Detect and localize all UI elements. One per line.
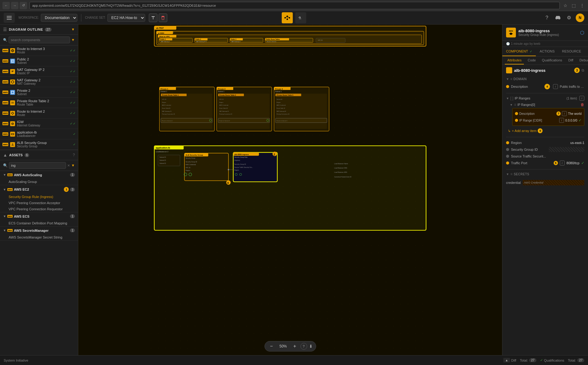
svg-text:Security Group: Security Group (185, 157, 195, 159)
asset-group-ecs-header[interactable]: ▼ aws AWS ECS 1 (0, 212, 78, 220)
subtab-code[interactable]: Code (525, 56, 538, 64)
asset-group-secretsmanager-header[interactable]: ▼ aws AWS SecretsManager 1 (0, 227, 78, 234)
asset-group-ec2-header[interactable]: ▼ aws AWS EC2 1 3 (0, 185, 78, 194)
outline-filter-button[interactable]: ▼ (71, 27, 75, 32)
bookmark-icon[interactable]: ☆ (562, 2, 569, 9)
outline-filter-icon[interactable]: ▼ (71, 38, 75, 42)
url-bar[interactable] (29, 2, 560, 9)
aws-badge: aws (2, 59, 8, 63)
delete-ip-range-button[interactable]: 🗑 (581, 103, 584, 107)
item-subtype: Route (17, 51, 68, 54)
range-desc-info-button[interactable]: i (562, 111, 567, 116)
svg-rect-2 (7, 19, 12, 20)
svg-text:Route to Internet 2: Route to Internet 2 (219, 120, 230, 122)
forward-button[interactable]: → (11, 2, 18, 9)
tab-resource[interactable]: RESOURCE (558, 47, 585, 56)
subtab-diff[interactable]: Diff (566, 56, 576, 64)
delete-button[interactable] (159, 14, 167, 22)
assets-expand-icon[interactable]: ▲ (3, 153, 7, 157)
canvas-area[interactable]: ul-7537 AWS Changeset 1 si-5304 Region 1… (78, 25, 502, 355)
settings-button[interactable]: ⚙ (565, 14, 573, 22)
changeset-select[interactable]: EC2 HA How-to (107, 14, 145, 22)
total-count: 27 (529, 358, 536, 362)
ip-ranges-info-button[interactable]: i (579, 96, 584, 101)
cidr-info-button[interactable]: i (559, 118, 564, 123)
asset-subtype-vpc-requestor[interactable]: VPC Peering Connection Requestor (0, 206, 78, 212)
copy-button[interactable]: ⧉ (582, 68, 584, 72)
outline-item-application-lb[interactable]: aws application-lb Loadbalancer ✓ (0, 129, 78, 139)
extensions-icon[interactable]: ⬚ (571, 2, 577, 9)
tab-actions[interactable]: ACTIONS (536, 47, 558, 56)
outline-item-public-2[interactable]: aws Public 2 Subnet ✓ ✓ (0, 56, 78, 66)
header-separator (81, 14, 81, 21)
asset-subtype-ecs-port[interactable]: ECS Container Definition Port Mapping (0, 220, 78, 226)
outline-item-private-2[interactable]: aws Private 2 Subnet ✓ ✓ (0, 87, 78, 98)
traffic-port-info-button[interactable]: i (560, 161, 565, 165)
outline-item-nat-ip-2[interactable]: aws IP NAT Gateway IP 2 Elastic IP ✓ ✓ (0, 66, 78, 77)
desc-info-button[interactable]: i (553, 84, 558, 89)
assets-search-input[interactable] (9, 162, 66, 169)
svg-text:Region: Region (219, 102, 224, 103)
color-swatch[interactable] (506, 67, 512, 73)
domain-toggle[interactable]: ▼ (506, 77, 509, 81)
svg-text:Public Route Tables: Public Route Tables (266, 39, 280, 40)
subtab-qualifications[interactable]: Qualifications (540, 56, 565, 64)
svg-text:Route to Internet 3: Route to Internet 3 (277, 120, 287, 122)
code-view-button[interactable]: ⚗ (295, 12, 306, 23)
outline-item-route-internet-2[interactable]: aws Route to Internet 2 Route ✓ ✓ (0, 108, 78, 118)
outline-item-private-rt-2[interactable]: aws Private Route Table 2 Route Table ✓ … (0, 98, 78, 108)
outline-item-route-internet-3[interactable]: aws Route to Internet 3 Route ✓ ✓ (0, 45, 78, 56)
browser-menu-icon[interactable]: ⋮ (579, 2, 586, 9)
secrets-toggle[interactable]: ▼ (506, 173, 509, 176)
asset-subtype-vpc-acceptor[interactable]: VPC Peering Connection Acceptor (0, 200, 78, 206)
add-array-item-button[interactable]: ↳ + Add array item 6 (506, 127, 584, 134)
item-icon-eip: IP (10, 69, 15, 74)
assets-filter-icon[interactable]: ▼ (71, 163, 75, 168)
help-button[interactable]: ? (543, 14, 551, 22)
assets-help-icon[interactable]: ? (73, 153, 75, 157)
svg-text:VPC ID: VPC ID (219, 99, 224, 100)
status-right: ▲ Diff Total: 27 ✓ Qualifications Total:… (503, 358, 584, 363)
zoom-download-button[interactable]: ⬇ (309, 344, 313, 349)
rebase-button[interactable] (149, 14, 157, 22)
subtab-attributes[interactable]: Attributes (505, 56, 524, 64)
qual-count-item[interactable]: Total: 27 (568, 358, 584, 362)
asset-subtype-autoscaling-group[interactable]: AutoScaling Group (0, 179, 78, 185)
zoom-out-button[interactable]: − (268, 343, 275, 350)
diff-status-item[interactable]: ▲ Diff (503, 358, 516, 363)
group-count: 1 (70, 173, 75, 177)
zoom-help-button[interactable]: ? (300, 343, 307, 350)
ip-range-desc-value: The world (568, 112, 582, 115)
right-content: alb-8080-ingress 3 ⧉ ▼ ≡ domain Descript… (502, 65, 588, 355)
asset-subtype-secret-string[interactable]: AWS SecretsManager Secret String (0, 234, 78, 240)
svg-text:Security Group Rule: Security Group Rule (234, 157, 248, 158)
ip-ranges-toggle[interactable]: ▼ (506, 97, 509, 100)
outline-search-input[interactable] (9, 37, 70, 43)
workspace-select[interactable]: Documentation (41, 14, 77, 22)
3d-view-button[interactable]: ⬡ (580, 30, 584, 36)
outline-item-igw[interactable]: aws IGW Internet Gateway ✓ ✓ (0, 118, 78, 129)
svg-rect-7 (289, 17, 290, 18)
attr-circle-desc (506, 85, 509, 88)
ip-range-0-toggle[interactable]: ▼ (510, 103, 513, 107)
ip-range-cidr-value: 0.0.0.0/0 (565, 119, 577, 122)
item-status-icons: ✓ ✓ (70, 70, 75, 73)
discord-button[interactable] (554, 14, 562, 22)
diagram-view-button[interactable] (282, 12, 293, 23)
back-button[interactable]: ← (2, 2, 10, 9)
refresh-button[interactable]: ↺ (20, 2, 27, 9)
section-divider (506, 93, 584, 93)
asset-subtype-sg-ingress[interactable]: Security Group Rule (Ingress) (0, 194, 78, 200)
qualifications-status-item[interactable]: ✓ Qualifications (540, 358, 564, 362)
outline-menu-icon[interactable]: ☰ (3, 27, 7, 32)
search-clear-button[interactable]: ✕ (67, 164, 70, 168)
user-avatar[interactable]: N (576, 14, 584, 22)
menu-button[interactable] (4, 13, 15, 23)
asset-group-autoscaling-header[interactable]: ▼ aws AWS AutoScaling 1 (0, 171, 78, 179)
tab-component[interactable]: COMPONENT ✓ (502, 47, 536, 56)
outline-item-alb-sg[interactable]: aws ALB Security Group Security Group ✓ (0, 139, 78, 150)
total-status-item[interactable]: Total: 27 (520, 358, 536, 362)
outline-item-nat-gw-2[interactable]: aws NAT Gateway 2 NAT Gateway ✓ ✓ (0, 77, 78, 87)
subtab-debug[interactable]: Debug (577, 56, 588, 64)
zoom-in-button[interactable]: + (291, 343, 299, 350)
